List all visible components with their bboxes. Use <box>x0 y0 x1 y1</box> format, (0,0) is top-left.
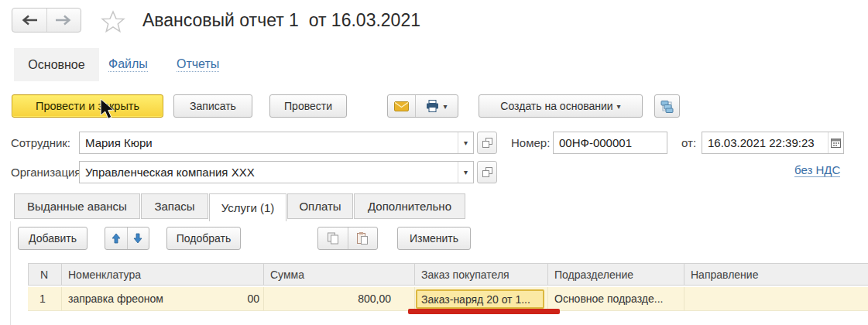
number-value: 00НФ-000001 <box>554 136 667 149</box>
organization-value: Управленческая компания XXX <box>80 166 458 179</box>
back-button[interactable] <box>12 9 46 32</box>
printer-icon <box>426 100 439 112</box>
nomenclature-value: заправка фреоном <box>68 292 163 305</box>
save-button[interactable]: Записать <box>173 94 252 118</box>
move-up-button[interactable] <box>105 228 127 249</box>
number-input[interactable]: 00НФ-000001 <box>553 132 667 154</box>
related-documents-button[interactable] <box>654 94 680 118</box>
employee-dropdown-button[interactable] <box>458 132 473 153</box>
page-title: Авансовый отчет 1 от 16.03.2021 <box>142 10 420 31</box>
edit-row-button[interactable]: Изменить <box>397 227 471 250</box>
col-header-n[interactable]: N <box>28 263 62 286</box>
mail-button[interactable] <box>388 95 415 117</box>
vat-mode-link[interactable]: без НДС <box>794 163 840 177</box>
open-link-icon <box>482 167 492 177</box>
tab-files[interactable]: Файлы <box>108 57 148 72</box>
col-header-nomenclature[interactable]: Номенклатура <box>61 263 264 286</box>
tab-services[interactable]: Услуги (1) <box>209 193 286 221</box>
organization-dropdown-button[interactable] <box>458 162 473 183</box>
date-input[interactable]: 16.03.2021 22:39:23 <box>702 132 844 154</box>
number-label: Номер: <box>511 136 550 149</box>
open-link-icon <box>482 138 492 148</box>
paste-button[interactable] <box>348 228 378 249</box>
arrow-up-icon <box>112 233 121 244</box>
copy-icon <box>327 232 339 245</box>
print-button[interactable] <box>415 95 458 117</box>
post-and-close-button[interactable]: Провести и закрыть <box>12 94 163 118</box>
calendar-icon <box>831 138 841 148</box>
employee-value: Мария Кюри <box>80 136 458 149</box>
employee-input[interactable]: Мария Кюри <box>79 132 474 154</box>
organization-input[interactable]: Управленческая компания XXX <box>79 161 474 183</box>
mail-print-group <box>387 94 458 118</box>
arrow-right-icon <box>55 15 72 26</box>
employee-label: Сотрудник: <box>11 136 70 149</box>
clipped-qty-value: 00 <box>247 292 259 305</box>
envelope-icon <box>394 101 409 111</box>
row-cell-sum[interactable]: 800,00 <box>264 287 415 311</box>
copy-button[interactable] <box>318 228 348 249</box>
employee-open-button[interactable] <box>477 132 497 154</box>
customer-order-highlight[interactable]: Заказ-наряд 20 от 1... <box>416 289 544 309</box>
create-based-on-button[interactable]: Создать на основании <box>479 94 643 118</box>
group-border <box>10 221 11 325</box>
tab-advances[interactable]: Выданные авансы <box>14 193 140 219</box>
arrow-down-icon <box>133 233 142 244</box>
advance-report-window: Авансовый отчет 1 от 16.03.2021 Основное… <box>0 0 868 325</box>
red-underline-annotation <box>408 309 560 314</box>
col-header-customer-order[interactable]: Заказ покупателя <box>414 263 548 286</box>
row-cell-nomenclature[interactable]: заправка фреоном 00 <box>62 287 264 311</box>
favorite-star-icon[interactable] <box>101 10 125 38</box>
organization-label: Организация: <box>11 166 84 179</box>
organization-open-button[interactable] <box>477 161 497 183</box>
col-header-sum[interactable]: Сумма <box>263 263 415 286</box>
tab-reports[interactable]: Отчеты <box>177 57 219 72</box>
post-button[interactable]: Провести <box>269 94 347 118</box>
calendar-button[interactable] <box>828 132 843 153</box>
forward-button[interactable] <box>46 9 81 32</box>
pick-button[interactable]: Подобрать <box>166 227 241 250</box>
date-value: 16.03.2021 22:39:23 <box>702 136 828 149</box>
paste-icon <box>356 232 369 245</box>
tab-stock[interactable]: Запасы <box>141 193 208 219</box>
col-header-direction[interactable]: Направление <box>684 263 868 286</box>
move-row-group <box>105 227 149 250</box>
col-header-department[interactable]: Подразделение <box>547 263 684 286</box>
history-nav <box>12 8 81 32</box>
date-label: от: <box>681 136 696 149</box>
tab-payments[interactable]: Оплаты <box>287 193 353 219</box>
structure-icon <box>660 100 674 113</box>
copy-paste-group <box>317 227 378 250</box>
row-cell-n[interactable]: 1 <box>28 287 62 311</box>
arrow-left-icon <box>21 15 38 26</box>
tab-main[interactable]: Основное <box>14 48 99 81</box>
row-cell-department[interactable]: Основное подразде... <box>548 287 684 311</box>
mouse-cursor <box>99 99 119 124</box>
tab-additional[interactable]: Дополнительно <box>354 193 465 219</box>
row-cell-direction[interactable] <box>684 287 868 311</box>
add-row-button[interactable]: Добавить <box>18 227 87 250</box>
move-down-button[interactable] <box>127 228 149 249</box>
